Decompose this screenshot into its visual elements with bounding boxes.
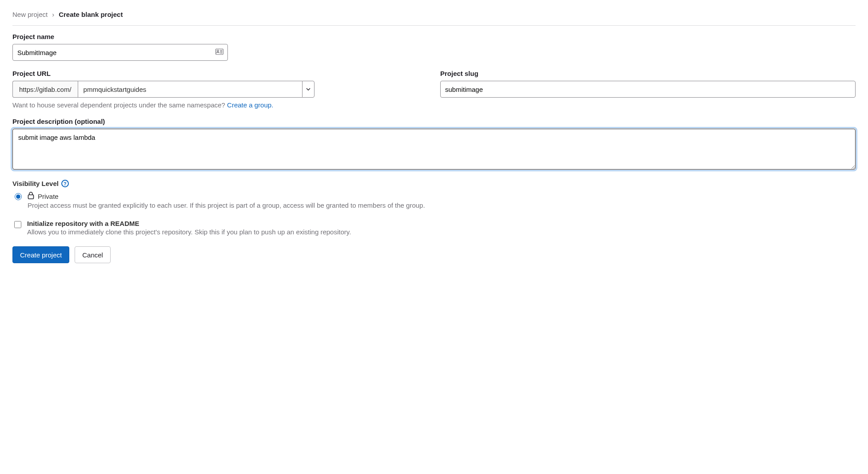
visibility-private-radio[interactable] <box>15 193 22 200</box>
chevron-down-icon <box>302 81 315 98</box>
initialize-readme-title: Initialize repository with a README <box>27 220 351 227</box>
svg-rect-5 <box>28 195 34 199</box>
help-icon[interactable]: ? <box>61 180 69 187</box>
namespace-select[interactable]: pmmquickstartguides <box>78 81 315 98</box>
visibility-label: Visibility Level <box>12 180 59 187</box>
initialize-readme-checkbox[interactable] <box>14 221 21 228</box>
cancel-button[interactable]: Cancel <box>75 246 111 263</box>
chevron-right-icon: › <box>52 11 54 18</box>
project-url-label: Project URL <box>12 70 428 77</box>
breadcrumb: New project › Create blank project <box>12 11 856 26</box>
project-url-base: https://gitlab.com/ <box>12 81 78 98</box>
initialize-readme-desc: Allows you to immediately clone this pro… <box>27 228 351 236</box>
project-name-input[interactable] <box>12 44 228 61</box>
project-slug-label: Project slug <box>440 70 856 77</box>
svg-point-1 <box>217 50 219 52</box>
visibility-private-title: Private <box>38 193 59 200</box>
group-hint-text: Want to house several dependent projects… <box>12 101 227 109</box>
create-group-link[interactable]: Create a group. <box>227 101 273 109</box>
project-slug-input[interactable] <box>440 81 856 98</box>
lock-icon <box>28 192 34 201</box>
project-description-input[interactable]: submit image aws lambda <box>12 129 856 170</box>
breadcrumb-current: Create blank project <box>59 11 123 18</box>
visibility-private-desc: Project access must be granted explicitl… <box>28 201 425 209</box>
contact-card-icon <box>215 49 223 56</box>
breadcrumb-parent[interactable]: New project <box>12 11 48 18</box>
namespace-value: pmmquickstartguides <box>78 81 302 98</box>
project-name-label: Project name <box>12 33 856 40</box>
create-project-button[interactable]: Create project <box>12 246 69 263</box>
project-description-label: Project description (optional) <box>12 118 856 125</box>
